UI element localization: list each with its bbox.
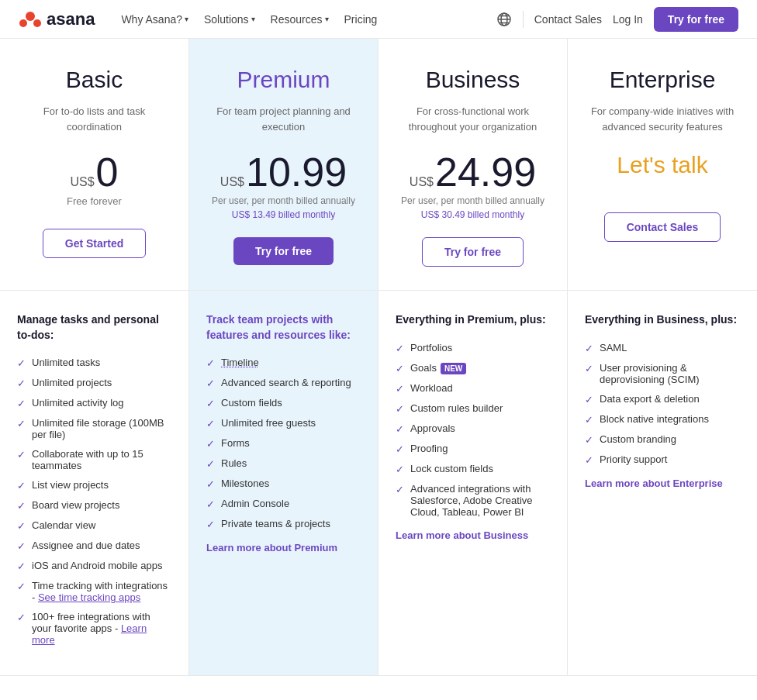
list-item: ✓Private teams & projects <box>206 518 361 530</box>
plan-basic: Basic For to-do lists and task coordinat… <box>0 39 189 290</box>
login-link[interactable]: Log In <box>613 13 643 26</box>
check-icon: ✓ <box>17 357 26 369</box>
list-item: ✓Custom branding <box>585 433 740 446</box>
check-icon: ✓ <box>206 438 215 450</box>
check-icon: ✓ <box>396 403 404 415</box>
list-item: ✓Unlimited projects <box>17 377 171 389</box>
price-note-premium: Per user, per month billed annually <box>208 195 359 206</box>
logo[interactable]: asana <box>19 9 95 29</box>
features-business: Everything in Premium, plus: ✓Portfolios… <box>378 291 568 675</box>
cta-button-enterprise[interactable]: Contact Sales <box>604 212 721 242</box>
chevron-down-icon: ▾ <box>325 15 329 23</box>
check-icon: ✓ <box>17 581 26 592</box>
check-icon: ✓ <box>585 363 593 374</box>
plan-desc-premium: For team project planning and execution <box>208 104 359 135</box>
check-icon: ✓ <box>206 357 215 369</box>
list-item: ✓Unlimited activity log <box>17 397 171 409</box>
list-item: ✓Portfolios <box>396 342 550 354</box>
cta-button-business[interactable]: Try for free <box>422 237 524 267</box>
price-currency-basic: US$ <box>70 175 94 189</box>
check-icon: ✓ <box>396 423 404 435</box>
list-item: ✓Proofing <box>396 443 550 455</box>
price-forever-basic: Free forever <box>19 195 170 207</box>
plan-name-business: Business <box>397 67 548 93</box>
check-icon: ✓ <box>396 383 404 395</box>
list-item: ✓Milestones <box>206 478 361 490</box>
check-icon: ✓ <box>17 612 26 623</box>
svg-point-0 <box>26 12 35 21</box>
price-currency-premium: US$ <box>220 175 244 189</box>
features-title-premium: Track team projects with features and re… <box>206 312 361 343</box>
features-title-enterprise: Everything in Business, plus: <box>585 312 740 328</box>
features-basic: Manage tasks and personal to-dos: ✓Unlim… <box>0 291 189 675</box>
plan-name-basic: Basic <box>19 67 170 93</box>
check-icon: ✓ <box>206 519 215 530</box>
list-item: ✓Data export & deletion <box>585 393 740 405</box>
nav-item-resources[interactable]: Resources ▾ <box>263 9 337 30</box>
enterprise-learn-more-link[interactable]: Learn more about Enterprise <box>585 477 723 491</box>
list-item: ✓Custom rules builder <box>396 402 550 415</box>
price-note2-premium: US$ 13.49 billed monthly <box>208 209 359 220</box>
time-tracking-link[interactable]: See time tracking apps <box>38 591 140 603</box>
list-item: ✓Unlimited tasks <box>17 357 171 369</box>
pricing-grid: Basic For to-do lists and task coordinat… <box>0 39 757 291</box>
list-item: ✓Priority support <box>585 453 740 466</box>
chevron-down-icon: ▾ <box>251 15 255 23</box>
list-item: ✓iOS and Android mobile apps <box>17 560 171 572</box>
nav-try-free-button[interactable]: Try for free <box>654 7 738 32</box>
list-item: ✓Calendar view <box>17 519 171 532</box>
list-item: ✓Workload <box>396 382 550 395</box>
list-item: ✓Lock custom fields <box>396 463 550 475</box>
check-icon: ✓ <box>17 560 26 572</box>
features-list-premium: ✓Timeline ✓Advanced search & reporting ✓… <box>206 357 361 530</box>
check-icon: ✓ <box>206 458 215 470</box>
features-enterprise: Everything in Business, plus: ✓SAML ✓Use… <box>568 291 757 675</box>
price-row-premium: US$ 10.99 <box>208 152 359 192</box>
list-item: ✓ GoalsNEW <box>396 362 550 374</box>
list-item: ✓Unlimited free guests <box>206 417 361 429</box>
chevron-down-icon: ▾ <box>185 15 188 23</box>
list-item: ✓ Time tracking with integrations - See … <box>17 580 171 603</box>
list-item: ✓Custom fields <box>206 397 361 409</box>
features-list-enterprise: ✓SAML ✓User provisioning & deprovisionin… <box>585 342 740 466</box>
globe-icon[interactable] <box>496 12 512 27</box>
list-item: ✓Advanced search & reporting <box>206 377 361 389</box>
check-icon: ✓ <box>585 434 593 446</box>
check-icon: ✓ <box>17 449 26 460</box>
check-icon: ✓ <box>206 478 215 490</box>
business-learn-more-link[interactable]: Learn more about Business <box>396 529 528 543</box>
check-icon: ✓ <box>206 378 215 389</box>
features-title-business: Everything in Premium, plus: <box>396 312 550 328</box>
price-amount-business: 24.99 <box>435 152 536 192</box>
check-icon: ✓ <box>206 398 215 409</box>
check-icon: ✓ <box>206 498 215 510</box>
plan-name-enterprise: Enterprise <box>586 67 738 93</box>
list-item: ✓Approvals <box>396 422 550 435</box>
plan-desc-business: For cross-functional work throughout you… <box>397 104 548 135</box>
nav-divider <box>523 11 524 28</box>
cta-button-basic[interactable]: Get Started <box>43 229 146 258</box>
plan-desc-enterprise: For company-wide iniatives with advanced… <box>586 104 738 135</box>
price-amount-basic: 0 <box>96 152 119 192</box>
check-icon: ✓ <box>17 540 26 552</box>
navbar: asana Why Asana? ▾ Solutions ▾ Resources… <box>0 0 757 39</box>
nav-item-pricing[interactable]: Pricing <box>337 9 385 30</box>
list-item: ✓List view projects <box>17 479 171 491</box>
nav-item-solutions[interactable]: Solutions ▾ <box>196 9 263 30</box>
integrations-learn-more-link[interactable]: Learn more <box>32 622 147 646</box>
check-icon: ✓ <box>396 443 404 455</box>
contact-sales-link[interactable]: Contact Sales <box>534 13 602 26</box>
check-icon: ✓ <box>206 418 215 429</box>
list-item: ✓Collaborate with up to 15 teammates <box>17 448 171 471</box>
features-list-basic: ✓Unlimited tasks ✓Unlimited projects ✓Un… <box>17 357 171 646</box>
plan-name-premium: Premium <box>208 67 359 93</box>
list-item: ✓Unlimited file storage (100MB per file) <box>17 417 171 440</box>
check-icon: ✓ <box>17 398 26 409</box>
check-icon: ✓ <box>17 520 26 532</box>
plan-desc-basic: For to-do lists and task coordination <box>19 104 170 135</box>
premium-learn-more-link[interactable]: Learn more about Premium <box>206 541 337 555</box>
nav-right: Contact Sales Log In Try for free <box>496 7 738 32</box>
cta-button-premium[interactable]: Try for free <box>233 237 334 265</box>
nav-item-why-asana[interactable]: Why Asana? ▾ <box>113 9 196 30</box>
svg-point-1 <box>19 19 27 27</box>
